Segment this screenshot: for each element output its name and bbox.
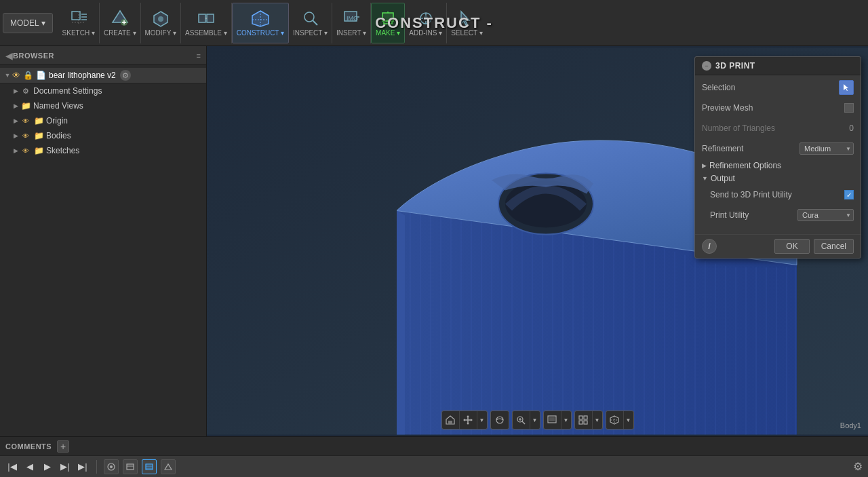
browser-title: BROWSER <box>13 52 54 60</box>
svg-rect-12 <box>199 14 205 22</box>
statusbar: COMMENTS + <box>0 436 868 455</box>
output-section[interactable]: ▼ Output <box>702 174 854 183</box>
toolbar-group-create[interactable]: CREATE ▾ <box>100 3 141 43</box>
print-utility-select[interactable]: Cura Simplify3D PrusaSlicer Other <box>797 209 854 221</box>
dialog-title: 3D PRINT <box>715 61 755 71</box>
make-label: MAKE ▾ <box>376 29 400 37</box>
timeline-icon-3[interactable] <box>142 459 157 474</box>
send-to-3d-checkbox[interactable]: ✓ <box>844 190 854 199</box>
toolbar-group-modify[interactable]: MODIFY ▾ <box>141 3 181 43</box>
dialog-close-btn[interactable]: − <box>702 61 711 71</box>
modify-icon <box>151 9 171 28</box>
display-dropdown[interactable]: ▼ <box>561 411 571 429</box>
sketches-eye-icon: 👁 <box>20 145 31 156</box>
timeline-icon-1[interactable] <box>104 459 119 474</box>
num-triangles-row: Number of Triangles 0 <box>702 120 854 136</box>
pan-dropdown[interactable]: ▼ <box>477 411 487 429</box>
skip-last-btn[interactable]: ▶| <box>76 460 90 474</box>
output-arrow: ▼ <box>702 175 708 182</box>
refinement-options-section[interactable]: ▶ Refinement Options <box>702 161 854 170</box>
browser-root-item[interactable]: ▼ 👁 🔒 📄 bear lithophane v2 ⚙ <box>0 68 206 83</box>
select-label: SELECT ▾ <box>451 29 483 37</box>
dialog-header: − 3D PRINT <box>695 57 861 75</box>
grid-tools-group: ▼ <box>574 411 603 430</box>
svg-rect-88 <box>448 421 452 424</box>
sketches-label: Sketches <box>46 146 79 155</box>
svg-marker-115 <box>165 464 172 470</box>
cancel-button[interactable]: Cancel <box>814 239 854 254</box>
view-cube-btn[interactable] <box>606 411 624 429</box>
svg-point-27 <box>424 16 428 20</box>
sketches-folder-icon: 📁 <box>33 145 44 156</box>
display-mode-btn[interactable] <box>544 411 561 429</box>
select-icon <box>456 9 477 28</box>
orbit-btn[interactable] <box>491 411 509 429</box>
svg-text:IMG: IMG <box>347 15 358 22</box>
origin-folder-icon: 📁 <box>33 115 44 126</box>
inspect-label: INSPECT ▾ <box>293 29 328 37</box>
toolbar-group-sketch[interactable]: SKETCH ▾ <box>58 3 100 43</box>
view-dropdown[interactable]: ▼ <box>624 411 633 429</box>
ok-button[interactable]: OK <box>774 239 809 254</box>
toolbar-group-construct[interactable]: CONSTRUCT ▾ <box>232 3 289 43</box>
grid-dropdown[interactable]: ▼ <box>593 411 602 429</box>
preview-mesh-label: Preview Mesh <box>702 103 844 113</box>
preview-mesh-checkbox[interactable] <box>844 103 854 113</box>
send-to-3d-row: Send to 3D Print Utility ✓ <box>702 187 854 203</box>
timeline-icon-4[interactable] <box>161 459 176 474</box>
step-forward-btn[interactable]: ▶| <box>58 460 72 474</box>
svg-point-93 <box>496 417 503 423</box>
home-view-btn[interactable] <box>442 411 460 429</box>
display-tools-group: ▼ <box>543 411 572 430</box>
refinement-select[interactable]: Medium Low High Custom <box>800 142 854 155</box>
insert-label: INSERT ▾ <box>336 29 366 37</box>
toolbar-group-assemble[interactable]: ASSEMBLE ▾ <box>181 3 232 43</box>
assemble-label: ASSEMBLE ▾ <box>185 29 227 37</box>
selection-row: Selection <box>702 79 854 96</box>
root-options-btn[interactable]: ⚙ <box>120 70 131 81</box>
step-back-btn[interactable]: ◀ <box>23 460 37 474</box>
browser-options-icon[interactable]: ≡ <box>197 52 201 60</box>
skip-first-btn[interactable]: |◀ <box>5 460 19 474</box>
tree-item-origin[interactable]: ▶ 👁 📁 Origin <box>0 113 206 128</box>
toolbar-group-select[interactable]: SELECT ▾ <box>447 3 487 43</box>
doc-settings-label: Document Settings <box>33 86 102 96</box>
modify-label: MODIFY ▾ <box>145 29 176 37</box>
zoom-dropdown[interactable]: ▼ <box>530 411 540 429</box>
svg-rect-112 <box>146 464 153 470</box>
tree-item-named-views[interactable]: ▶ 📁 Named Views <box>0 98 206 113</box>
playbar-settings-icon[interactable]: ⚙ <box>853 460 863 473</box>
print-utility-label: Print Utility <box>710 210 797 220</box>
toolbar-group-inspect[interactable]: INSPECT ▾ <box>289 3 332 43</box>
timeline-icon-2[interactable] <box>123 459 138 474</box>
svg-marker-107 <box>844 84 848 91</box>
svg-point-109 <box>110 465 113 468</box>
zoom-btn[interactable] <box>513 411 530 429</box>
toolbar-group-make[interactable]: MAKE ▾ <box>371 3 405 43</box>
zoom-tools-group: ▼ <box>512 411 540 430</box>
selection-btn[interactable] <box>839 80 854 95</box>
svg-point-11 <box>158 16 163 22</box>
tree-item-sketches[interactable]: ▶ 👁 📁 Sketches <box>0 143 206 158</box>
add-comment-btn[interactable]: + <box>57 440 69 453</box>
svg-line-19 <box>313 20 317 25</box>
toolbar-group-insert[interactable]: IMG INSERT ▾ <box>332 3 371 43</box>
toolbar-group-addins[interactable]: ADD-INS ▾ <box>405 3 447 43</box>
nav-tools-group: ▼ <box>441 411 488 430</box>
tree-item-document-settings[interactable]: ▶ ⚙ Document Settings <box>0 83 206 98</box>
num-triangles-label: Number of Triangles <box>702 123 849 133</box>
svg-rect-110 <box>127 464 134 470</box>
play-btn[interactable]: ▶ <box>41 460 54 474</box>
svg-marker-90 <box>467 423 469 425</box>
viewport[interactable]: TOP LEFT FRONT X Y Z Body1 <box>207 46 868 436</box>
info-btn[interactable]: i <box>702 239 717 254</box>
tree-item-bodies[interactable]: ▶ 👁 📁 Bodies <box>0 128 206 143</box>
construct-label: CONSTRUCT ▾ <box>237 29 284 37</box>
refinement-options-arrow: ▶ <box>702 162 707 169</box>
model-mode-button[interactable]: MODEL ▾ <box>3 13 53 33</box>
viewport-bottom-tools: ▼ ▼ <box>441 411 634 430</box>
grid-btn[interactable] <box>575 411 593 429</box>
pan-btn[interactable] <box>460 411 477 429</box>
doc-settings-gear-icon: ⚙ <box>20 85 31 96</box>
browser-collapse-icon[interactable]: ◀ <box>5 50 13 61</box>
